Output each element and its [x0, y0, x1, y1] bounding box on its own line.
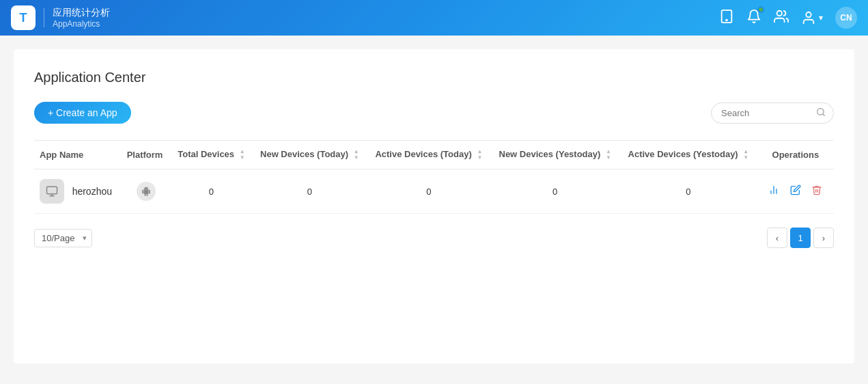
- operations-cell: [757, 169, 834, 214]
- notification-icon[interactable]: [746, 9, 761, 27]
- page-title: Application Center: [34, 70, 834, 85]
- page-size-select[interactable]: 10/Page20/Page50/Page: [34, 229, 92, 247]
- svg-rect-6: [47, 187, 57, 194]
- apps-table: App Name Platform Total Devices ▲▼ New D…: [34, 141, 834, 214]
- logo: T: [11, 5, 36, 30]
- svg-point-1: [726, 19, 727, 20]
- chart-button[interactable]: [767, 183, 781, 200]
- tablet-icon[interactable]: [719, 9, 734, 27]
- search-input[interactable]: [711, 102, 834, 124]
- sort-total-devices: ▲▼: [240, 149, 245, 161]
- page-1-button[interactable]: 1: [790, 228, 811, 248]
- total-devices-cell: 0: [171, 169, 253, 214]
- user-menu[interactable]: ▾: [801, 10, 823, 25]
- prev-page-button[interactable]: ‹: [767, 228, 787, 248]
- active-devices-yesterday-cell: 0: [619, 169, 757, 214]
- android-icon: [137, 182, 156, 201]
- table-body: herozhou 0 0 0 0 0: [34, 169, 834, 214]
- table-row: herozhou 0 0 0 0 0: [34, 169, 834, 214]
- next-page-button[interactable]: ›: [813, 228, 834, 248]
- col-platform: Platform: [122, 141, 171, 169]
- col-active-devices-today[interactable]: Active Devices (Today) ▲▼: [367, 141, 490, 169]
- col-total-devices[interactable]: Total Devices ▲▼: [171, 141, 253, 169]
- app-name-cell: herozhou: [34, 169, 122, 214]
- user-dropdown-arrow: ▾: [819, 13, 823, 23]
- app-title-en: AppAnalytics: [53, 19, 110, 29]
- edit-button[interactable]: [789, 183, 802, 200]
- search-icon: [816, 107, 826, 119]
- svg-point-3: [806, 12, 811, 17]
- sort-new-yesterday: ▲▼: [606, 149, 611, 161]
- col-app-name: App Name: [34, 141, 122, 169]
- app-icon: [40, 179, 64, 204]
- col-new-devices-today[interactable]: New Devices (Today) ▲▼: [252, 141, 367, 169]
- platform-cell: [122, 169, 171, 214]
- col-operations: Operations: [757, 141, 834, 169]
- sort-active-yesterday: ▲▼: [743, 149, 748, 161]
- notification-badge: [757, 6, 764, 13]
- search-box: [711, 102, 834, 124]
- header-left: T 应用统计分析 AppAnalytics: [11, 5, 110, 30]
- table-container: App Name Platform Total Devices ▲▼ New D…: [34, 140, 834, 214]
- main-content: Application Center + Create an App App N…: [14, 49, 854, 364]
- header-divider: [44, 8, 44, 27]
- active-devices-today-cell: 0: [367, 169, 490, 214]
- new-devices-today-cell: 0: [252, 169, 367, 214]
- table-header: App Name Platform Total Devices ▲▼ New D…: [34, 141, 834, 169]
- delete-button[interactable]: [810, 183, 824, 200]
- app-name-text: herozhou: [72, 186, 112, 197]
- pagination-bar: 10/Page20/Page50/Page ‹ 1 ›: [34, 228, 834, 248]
- avatar[interactable]: CN: [835, 7, 857, 29]
- new-devices-yesterday-cell: 0: [490, 169, 619, 214]
- pagination-controls: ‹ 1 ›: [767, 228, 834, 248]
- header-right: ▾ CN: [719, 7, 857, 29]
- toolbar: + Create an App: [34, 102, 834, 124]
- svg-line-5: [823, 113, 825, 115]
- page-size-wrapper: 10/Page20/Page50/Page: [34, 229, 92, 247]
- svg-point-2: [777, 10, 782, 15]
- sort-active-today: ▲▼: [477, 149, 482, 161]
- col-new-devices-yesterday[interactable]: New Devices (Yestoday) ▲▼: [490, 141, 619, 169]
- create-app-button[interactable]: + Create an App: [34, 102, 131, 124]
- col-active-devices-yesterday[interactable]: Active Devices (Yestoday) ▲▼: [619, 141, 757, 169]
- sort-new-today: ▲▼: [354, 149, 359, 161]
- app-title-cn: 应用统计分析: [53, 7, 110, 19]
- header-titles: 应用统计分析 AppAnalytics: [53, 7, 110, 29]
- app-header: T 应用统计分析 AppAnalytics: [0, 0, 868, 36]
- users-icon[interactable]: [774, 9, 789, 27]
